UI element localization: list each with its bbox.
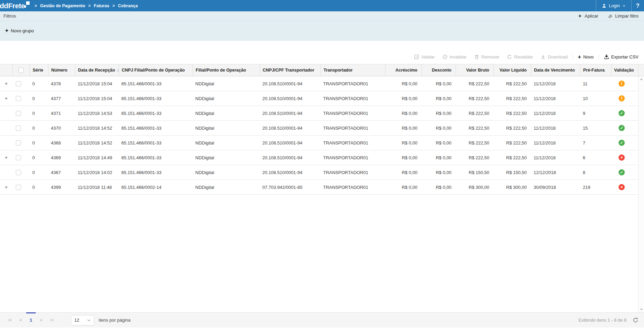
validation-success-icon: ✓ bbox=[619, 169, 625, 175]
row-checkbox[interactable] bbox=[16, 126, 21, 131]
column-header-valor-bruto[interactable]: Valor Bruto bbox=[456, 64, 493, 76]
column-header-validacao[interactable]: Validação bbox=[611, 64, 638, 76]
column-header-acrescimo[interactable]: Acréscimo bbox=[385, 64, 422, 76]
apply-filter-button[interactable]: Aplicar bbox=[578, 13, 598, 19]
cell-data-de-recepcao: 11/12/2018 15:04 bbox=[75, 96, 119, 101]
new-button[interactable]: + Novo bbox=[574, 54, 597, 60]
validate-button[interactable]: Validar bbox=[410, 54, 439, 60]
check-square-icon bbox=[414, 54, 419, 60]
items-per-page-label: itens por página bbox=[99, 318, 131, 323]
cell-serie: 0 bbox=[30, 126, 48, 131]
table-row[interactable]: + 0 4377 11/12/2018 15:04 65.151.466/000… bbox=[0, 91, 638, 106]
cell-filial: NDDigital bbox=[193, 96, 260, 101]
cell-numero: 4368 bbox=[48, 140, 75, 146]
cell-transportador: TRANSPORTADOR01 bbox=[320, 185, 385, 190]
refresh-button[interactable] bbox=[632, 316, 639, 324]
select-all-checkbox[interactable] bbox=[19, 68, 24, 73]
filters-title: Filtros bbox=[3, 13, 16, 19]
cell-pre-fatura: 15 bbox=[580, 126, 611, 131]
column-header-serie[interactable]: Série bbox=[30, 64, 48, 76]
revalidate-button[interactable]: Revalidar bbox=[503, 54, 537, 60]
cell-transportador: TRANSPORTADOR01 bbox=[320, 111, 385, 116]
column-header-transportador[interactable]: Transportador bbox=[320, 64, 385, 76]
row-checkbox[interactable] bbox=[16, 81, 21, 86]
vertical-scrollbar[interactable] bbox=[638, 76, 644, 312]
table-row[interactable]: 0 4368 11/12/2018 14:52 65.151.466/0001-… bbox=[0, 136, 638, 150]
toolbar-divider bbox=[599, 54, 599, 60]
cell-acrescimo: R$ 0,00 bbox=[385, 126, 422, 131]
cell-filial: NDDigital bbox=[193, 155, 260, 160]
row-checkbox[interactable] bbox=[16, 96, 21, 101]
new-group-button[interactable]: + Novo grupo bbox=[5, 28, 34, 33]
row-checkbox[interactable] bbox=[16, 155, 21, 160]
help-button[interactable]: ? bbox=[632, 0, 644, 11]
row-expand-button[interactable]: + bbox=[0, 96, 12, 101]
cell-data-de-recepcao: 11/12/2018 14:53 bbox=[75, 111, 119, 116]
export-download-icon bbox=[604, 54, 609, 60]
cell-validacao: ✓ bbox=[611, 110, 638, 116]
column-header-numero[interactable]: Número bbox=[48, 64, 75, 76]
top-navigation-bar: ddFrete > Gestão de Pagamento > Faturas … bbox=[0, 0, 644, 11]
previous-page-button[interactable] bbox=[15, 315, 25, 325]
cell-data-de-vencimento: 11/12/2018 bbox=[531, 96, 580, 101]
download-button[interactable]: Download bbox=[537, 54, 571, 60]
login-button[interactable]: Login bbox=[596, 0, 631, 11]
cell-data-de-vencimento: 30/09/2018 bbox=[531, 185, 580, 190]
row-expand-button[interactable]: + bbox=[0, 184, 12, 190]
invalidate-label: Invalidar bbox=[450, 54, 467, 60]
cell-cnpj-filial: 65.151.466/0001-33 bbox=[119, 140, 193, 146]
toolbar-divider bbox=[572, 54, 573, 60]
row-expand-button[interactable]: + bbox=[0, 81, 12, 86]
column-header-pre-fatura[interactable]: Pré-Fatura bbox=[580, 64, 611, 76]
column-header-filial[interactable]: Filial/Ponto de Operação bbox=[193, 64, 260, 76]
page-size-select[interactable]: 12 bbox=[71, 315, 94, 325]
first-page-button[interactable] bbox=[5, 315, 15, 325]
next-page-button[interactable] bbox=[36, 315, 47, 325]
column-header-cnpj-cpf-transportador[interactable]: CNPJ/CPF Transportador bbox=[260, 64, 320, 76]
export-csv-button[interactable]: Exportar CSV bbox=[600, 54, 642, 60]
table-row[interactable]: 0 4367 11/12/2018 14:02 65.151.466/0001-… bbox=[0, 165, 638, 180]
cell-cnpj-cpf-transportador: 20.108.510/0001-94 bbox=[260, 111, 320, 116]
remove-button[interactable]: Remover bbox=[470, 54, 503, 60]
cell-cnpj-cpf-transportador: 20.108.510/0001-94 bbox=[260, 96, 320, 101]
row-checkbox[interactable] bbox=[16, 111, 21, 116]
cell-acrescimo: R$ 0,00 bbox=[385, 96, 422, 101]
table-row[interactable]: 0 4370 11/12/2018 14:52 65.151.466/0001-… bbox=[0, 121, 638, 136]
app-logo-mark-icon bbox=[25, 0, 30, 9]
column-header-data-de-recepcao[interactable]: Data de Recepção ↓ bbox=[75, 64, 119, 76]
cell-validacao: ✓ bbox=[611, 125, 638, 131]
cell-valor-liquido: R$ 222,50 bbox=[493, 155, 531, 160]
row-checkbox[interactable] bbox=[16, 170, 21, 175]
last-page-button[interactable] bbox=[47, 315, 57, 325]
cell-serie: 0 bbox=[30, 111, 48, 116]
breadcrumb-item-faturas[interactable]: Faturas bbox=[94, 3, 109, 8]
cell-filial: NDDigital bbox=[193, 126, 260, 131]
column-header-cnpj-filial[interactable]: CNPJ Filial/Ponto de Operação bbox=[119, 64, 193, 76]
table-row[interactable]: + 0 4399 11/12/2018 11:48 65.151.466/000… bbox=[0, 180, 638, 195]
row-expand-button[interactable]: + bbox=[0, 155, 12, 160]
invalidate-button[interactable]: Invalidar bbox=[439, 54, 470, 60]
column-header-data-de-vencimento[interactable]: Data de Vencimento bbox=[531, 64, 580, 76]
app-logo[interactable]: ddFrete bbox=[0, 0, 30, 11]
cell-serie: 0 bbox=[30, 185, 48, 190]
cell-valor-liquido: R$ 300,00 bbox=[493, 185, 531, 190]
table-row[interactable]: + 0 4369 11/12/2018 14:49 65.151.466/000… bbox=[0, 150, 638, 165]
cell-numero: 4369 bbox=[48, 155, 75, 160]
cell-transportador: TRANSPORTADOR01 bbox=[320, 170, 385, 175]
current-page-button[interactable]: 1 bbox=[25, 315, 36, 325]
table-row[interactable]: + 0 4378 11/12/2018 15:04 65.151.466/000… bbox=[0, 76, 638, 91]
column-header-valor-liquido[interactable]: Valor Líquido bbox=[493, 64, 531, 76]
scroll-up-icon[interactable] bbox=[640, 78, 643, 80]
clear-filter-button[interactable]: Limpar filtro bbox=[608, 13, 638, 19]
column-header-desconto[interactable]: Desconto bbox=[422, 64, 456, 76]
cell-valor-liquido: R$ 222,50 bbox=[493, 126, 531, 131]
breadcrumb-item-cobranca[interactable]: Cobrança bbox=[118, 3, 138, 8]
row-checkbox[interactable] bbox=[16, 185, 21, 190]
breadcrumb-item-gestao-de-pagamento[interactable]: Gestão de Pagamento bbox=[40, 3, 85, 8]
scroll-down-icon[interactable] bbox=[640, 309, 643, 311]
breadcrumb-separator-icon: > bbox=[88, 3, 91, 8]
table-row[interactable]: 0 4371 11/12/2018 14:53 65.151.466/0001-… bbox=[0, 106, 638, 121]
row-checkbox[interactable] bbox=[16, 140, 21, 146]
new-label: Novo bbox=[583, 54, 593, 60]
cell-cnpj-filial: 65.151.466/0001-33 bbox=[119, 155, 193, 160]
